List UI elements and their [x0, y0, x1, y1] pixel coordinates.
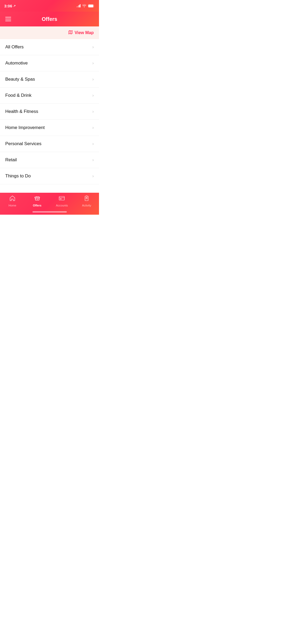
offers-icon [34, 195, 41, 203]
svg-rect-9 [59, 196, 64, 200]
category-label: Beauty & Spas [5, 77, 35, 82]
svg-rect-11 [60, 199, 62, 199]
category-label: Home Improvement [5, 125, 45, 130]
tab-accounts[interactable]: Accounts [50, 195, 74, 207]
category-label: Health & Fitness [5, 109, 38, 114]
chevron-right-icon: › [92, 125, 94, 130]
category-item-personal-services[interactable]: Personal Services › [0, 136, 99, 152]
signal-icon [77, 4, 81, 7]
category-item-things-to-do[interactable]: Things to Do › [0, 168, 99, 184]
category-label: Things to Do [5, 173, 31, 179]
chevron-right-icon: › [92, 77, 94, 82]
location-arrow-icon: ↗ [13, 4, 16, 8]
status-icons [77, 4, 95, 8]
chevron-right-icon: › [92, 93, 94, 98]
category-label: Retail [5, 157, 17, 163]
view-map-label: View Map [74, 30, 94, 35]
view-map-bar: View Map [0, 26, 99, 39]
tab-home[interactable]: Home [0, 195, 25, 207]
chevron-right-icon: › [92, 158, 94, 162]
chevron-right-icon: › [92, 109, 94, 114]
chevron-right-icon: › [92, 61, 94, 66]
tab-bar: Home Offers Accounts Activity [0, 193, 99, 215]
wifi-icon [82, 4, 86, 8]
tab-activity-label: Activity [82, 204, 91, 207]
category-item-all-offers[interactable]: All Offers › [0, 39, 99, 55]
tab-offers[interactable]: Offers [25, 195, 50, 207]
menu-button[interactable] [5, 17, 11, 21]
category-item-home-improvement[interactable]: Home Improvement › [0, 120, 99, 136]
category-label: Automotive [5, 61, 28, 66]
tab-home-label: Home [8, 204, 16, 207]
view-map-button[interactable]: View Map [68, 30, 94, 36]
tab-offers-label: Offers [33, 204, 41, 207]
app-header: Offers [0, 12, 99, 26]
status-time: 3:06 ↗ [4, 4, 16, 8]
category-item-health-fitness[interactable]: Health & Fitness › [0, 104, 99, 120]
category-item-automotive[interactable]: Automotive › [0, 55, 99, 71]
category-label: Personal Services [5, 141, 41, 146]
activity-icon [83, 195, 90, 203]
chevron-right-icon: › [92, 141, 94, 146]
accounts-icon [58, 195, 65, 203]
svg-rect-1 [88, 4, 93, 7]
status-bar: 3:06 ↗ [0, 0, 99, 12]
home-icon [9, 195, 16, 203]
category-list: All Offers › Automotive › Beauty & Spas … [0, 39, 99, 184]
tab-activity[interactable]: Activity [74, 195, 99, 207]
tab-accounts-label: Accounts [56, 204, 68, 207]
category-item-retail[interactable]: Retail › [0, 152, 99, 168]
page-title: Offers [42, 16, 57, 22]
map-icon [68, 30, 73, 36]
home-indicator [32, 211, 67, 213]
battery-icon [88, 4, 95, 8]
category-label: Food & Drink [5, 93, 31, 98]
category-label: All Offers [5, 44, 24, 50]
category-item-beauty-spas[interactable]: Beauty & Spas › [0, 71, 99, 88]
category-item-food-drink[interactable]: Food & Drink › [0, 88, 99, 104]
chevron-right-icon: › [92, 45, 94, 49]
chevron-right-icon: › [92, 174, 94, 178]
